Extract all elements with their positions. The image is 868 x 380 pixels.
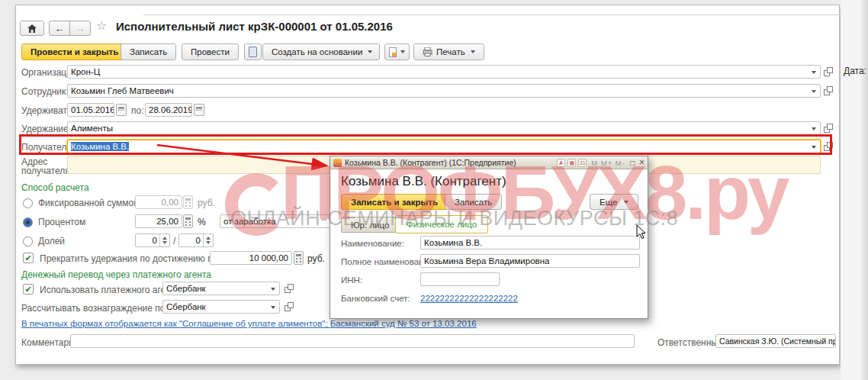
calculator-icon[interactable] [294, 251, 304, 265]
popup-more-button[interactable]: Еще [590, 194, 638, 210]
share-label: Долей [38, 236, 65, 246]
chevron-down-icon[interactable] [812, 71, 816, 74]
organization-field[interactable]: Крон-Ц [67, 65, 821, 79]
organization-value: Крон-Ц [71, 67, 100, 76]
recipient-field[interactable]: Козьмина В.В. [67, 140, 821, 153]
responsible-field[interactable]: Савинская З.Ю. (Системный программист) [715, 334, 836, 348]
fixed-sum-label: Фиксированной суммой [38, 198, 139, 208]
contractor-popup-window: Козьмина В.В. (Контрагент) (1С:Предприят… [330, 156, 648, 319]
forward-button[interactable]: → [69, 21, 91, 36]
chevron-down-icon[interactable] [812, 127, 816, 130]
calc-method-header: Способ расчета [21, 182, 89, 193]
1c-logo-icon [333, 159, 342, 167]
chevron-down-icon[interactable] [271, 288, 275, 291]
page-title: Исполнительный лист крЗК-000001 от 01.05… [116, 20, 393, 33]
popup-titlebar-text: Козьмина В.В. (Контрагент) (1С:Предприят… [345, 158, 516, 167]
recipient-open-link-icon[interactable] [823, 140, 834, 153]
deduction-field[interactable]: Алименты [67, 121, 821, 135]
percent-field[interactable]: 25,00 [135, 214, 182, 228]
create-document-dropdown-button[interactable] [384, 43, 410, 60]
inn-label: ИНН: [341, 275, 362, 285]
maximize-icon[interactable]: □ [630, 159, 635, 167]
full-name-field[interactable]: Козьмина Вера Владимировна [420, 254, 640, 268]
home-icon [27, 24, 37, 33]
name-label: Наименование: [341, 239, 404, 248]
popup-heading: Козьмина В.В. (Контрагент) [341, 174, 506, 189]
chevron-down-icon [471, 50, 475, 53]
titlebar-calculator-icon[interactable]: ▦ [567, 159, 576, 167]
right-panel-strip [841, 0, 868, 380]
name-field[interactable]: Козьмина В.В. [420, 236, 640, 250]
back-icon: ← [55, 23, 65, 34]
deduction-label: Удержание: [21, 124, 71, 134]
calendar-icon[interactable] [194, 104, 204, 116]
percent-radio[interactable] [23, 217, 33, 227]
print-label: Печать [436, 47, 465, 56]
create-doc-icon [389, 47, 397, 57]
close-icon[interactable]: × [639, 157, 645, 168]
back-button[interactable]: ← [49, 21, 70, 36]
limit-checkbox[interactable]: ✔ [23, 253, 34, 263]
percent-base-value: от заработка [223, 217, 276, 226]
chevron-down-icon[interactable] [271, 306, 275, 309]
fixed-sum-field[interactable]: 0,00 [135, 195, 182, 209]
inn-field[interactable] [420, 272, 500, 286]
chevron-down-icon[interactable] [812, 90, 816, 93]
use-agent-open-link-icon[interactable] [284, 282, 295, 295]
limit-field[interactable]: 10 000,00 [210, 251, 292, 265]
bank-account-link[interactable]: 22222222222222222222 [420, 294, 518, 303]
home-button[interactable] [20, 21, 44, 36]
tab-legal-entity[interactable]: Юр. лицо [341, 217, 399, 233]
spinner-down-icon[interactable] [162, 241, 167, 244]
create-based-on-button[interactable]: Создать на основании [262, 43, 380, 60]
deduction-open-link-icon[interactable] [823, 122, 834, 134]
calculator-icon[interactable] [183, 214, 193, 228]
popup-save-and-close-button[interactable]: Записать и закрыть [341, 194, 448, 210]
use-agent-field[interactable]: Сбербанк [162, 282, 280, 295]
favorite-star-icon[interactable]: ☆ [96, 18, 107, 33]
calculator-icon[interactable] [183, 195, 193, 209]
popup-titlebar[interactable]: Козьмина В.В. (Контрагент) (1С:Предприят… [330, 156, 648, 169]
employee-open-link-icon[interactable] [823, 85, 834, 97]
print-form-link[interactable]: В печатных формах отображается как "Согл… [21, 319, 477, 328]
spinner-down-icon[interactable] [206, 241, 211, 244]
spinner-up-icon[interactable] [162, 237, 167, 240]
recipient-label: Получатель: [21, 142, 74, 153]
post-and-close-button[interactable]: Провести и закрыть [21, 43, 127, 60]
tariff-open-link-icon[interactable] [284, 301, 295, 313]
check-icon: ✔ [24, 285, 31, 294]
save-button[interactable]: Записать [121, 43, 176, 60]
use-agent-checkbox[interactable]: ✔ [23, 284, 34, 295]
tab-individual[interactable]: Физическое лицо [395, 215, 488, 233]
withhold-from-field[interactable]: 01.05.2016 [67, 103, 114, 117]
share-numerator-stepper[interactable]: 0 [135, 233, 170, 247]
tariff-field[interactable]: Сбербанк [162, 300, 280, 314]
print-button[interactable]: Печать [413, 43, 484, 60]
percent-unit: % [198, 217, 206, 227]
post-button[interactable]: Провести [182, 43, 239, 60]
chevron-down-icon [400, 50, 405, 53]
share-separator: / [173, 236, 175, 246]
share-denominator-stepper[interactable]: 0 [178, 233, 214, 247]
popup-save-button[interactable]: Записать [445, 194, 502, 210]
organization-open-link-icon[interactable] [823, 66, 834, 78]
spinner-up-icon[interactable] [206, 237, 211, 240]
titlebar-font-icon[interactable]: А [557, 159, 565, 167]
postings-icon [249, 47, 257, 57]
titlebar-calendar-icon[interactable]: 31 [578, 159, 587, 167]
employee-field[interactable]: Козьмин Глеб Матвеевич [67, 84, 821, 98]
calendar-icon[interactable] [116, 104, 127, 116]
comment-field[interactable] [70, 334, 635, 348]
employee-label: Сотрудник: [21, 86, 69, 97]
share-numerator-value: 0 [153, 236, 157, 245]
use-agent-label: Использовать платежного агента [40, 285, 180, 295]
address-label-line2: получателя: [21, 166, 72, 176]
check-icon: ✔ [24, 253, 31, 262]
transfer-header: Денежный перевод через платежного агента [21, 269, 211, 280]
share-radio[interactable] [23, 237, 33, 246]
withhold-to-field[interactable]: 28.06.2019 [145, 103, 192, 117]
show-postings-button[interactable] [244, 43, 262, 60]
chevron-down-icon[interactable] [812, 146, 816, 149]
screenshot-page: Дата: ← → ☆ Исполнительный лист крЗК-000… [0, 0, 868, 380]
fixed-sum-radio[interactable] [23, 198, 33, 208]
